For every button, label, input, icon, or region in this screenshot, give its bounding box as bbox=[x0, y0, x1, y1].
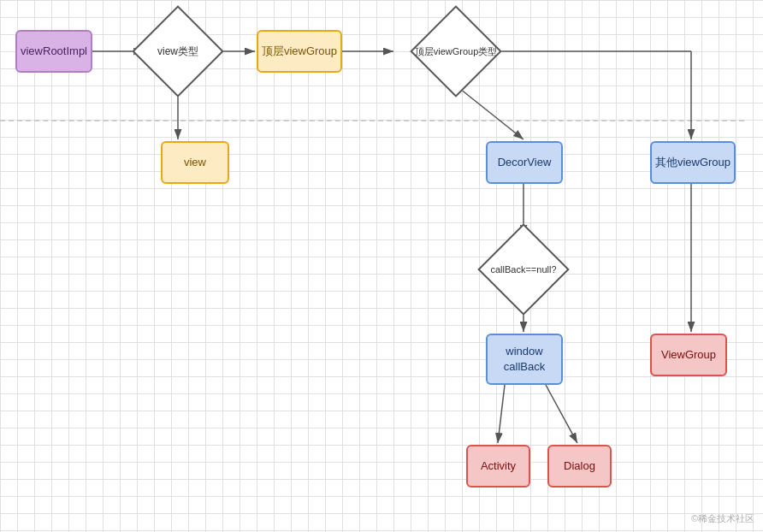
node-viewRootImpl: viewRootImpl bbox=[15, 30, 92, 73]
diamond-label-callback: callBack==null? bbox=[490, 264, 556, 275]
svg-line-12 bbox=[546, 385, 577, 443]
node-otherViewGroup: 其他viewGroup bbox=[650, 141, 736, 184]
node-view: view bbox=[161, 141, 229, 184]
node-decorView: DecorView bbox=[486, 141, 563, 184]
node-dialog: Dialog bbox=[547, 445, 612, 488]
node-windowCallBack: window callBack bbox=[486, 334, 563, 385]
node-viewGroup: ViewGroup bbox=[650, 334, 727, 376]
arrows-layer bbox=[0, 0, 763, 532]
node-activity: Activity bbox=[466, 445, 530, 488]
diamond-label-topType: 顶层viewGroup类型 bbox=[415, 45, 498, 58]
diamond-label-viewType: view类型 bbox=[157, 44, 198, 59]
watermark: ©稀金技术社区 bbox=[691, 512, 754, 525]
svg-line-5 bbox=[456, 86, 523, 139]
diamond-callBackNull: callBack==null? bbox=[481, 235, 566, 304]
divider-line bbox=[0, 120, 744, 121]
svg-line-11 bbox=[498, 385, 505, 443]
node-topViewGroup: 顶层viewGroup bbox=[257, 30, 342, 73]
diamond-topViewGroupType: 顶层viewGroup类型 bbox=[393, 17, 518, 86]
diamond-viewType: view类型 bbox=[144, 17, 212, 86]
flowchart-canvas: viewRootImpl view类型 顶层viewGroup 顶层viewGr… bbox=[0, 0, 763, 532]
